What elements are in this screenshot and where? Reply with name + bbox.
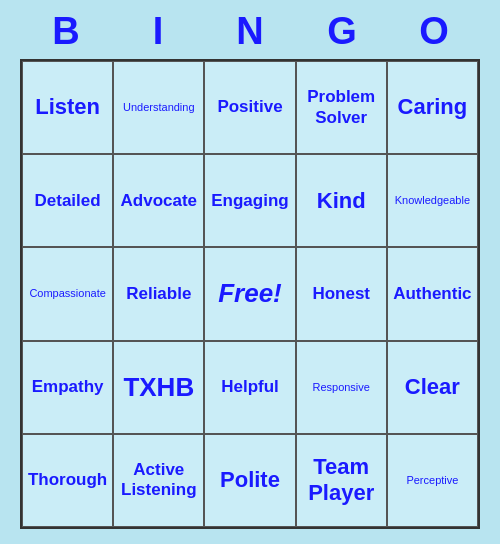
bingo-cell-10: Compassionate	[22, 247, 113, 340]
letter-i: I	[114, 10, 202, 53]
letter-g: G	[298, 10, 386, 53]
bingo-cell-5: Detailed	[22, 154, 113, 247]
bingo-cell-24: Perceptive	[387, 434, 478, 527]
bingo-cell-20: Thorough	[22, 434, 113, 527]
bingo-cell-0: Listen	[22, 61, 113, 154]
bingo-cell-11: Reliable	[113, 247, 204, 340]
bingo-cell-12: Free!	[204, 247, 295, 340]
bingo-cell-6: Advocate	[113, 154, 204, 247]
bingo-cell-8: Kind	[296, 154, 387, 247]
bingo-cell-9: Knowledgeable	[387, 154, 478, 247]
bingo-cell-16: TXHB	[113, 341, 204, 434]
bingo-cell-15: Empathy	[22, 341, 113, 434]
bingo-cell-22: Polite	[204, 434, 295, 527]
bingo-cell-3: Problem Solver	[296, 61, 387, 154]
bingo-cell-23: Team Player	[296, 434, 387, 527]
bingo-cell-4: Caring	[387, 61, 478, 154]
bingo-cell-14: Authentic	[387, 247, 478, 340]
bingo-title: B I N G O	[20, 0, 480, 59]
letter-b: B	[22, 10, 110, 53]
bingo-grid: ListenUnderstandingPositiveProblem Solve…	[20, 59, 480, 529]
bingo-cell-2: Positive	[204, 61, 295, 154]
bingo-cell-1: Understanding	[113, 61, 204, 154]
bingo-cell-17: Helpful	[204, 341, 295, 434]
bingo-cell-7: Engaging	[204, 154, 295, 247]
bingo-cell-19: Clear	[387, 341, 478, 434]
bingo-cell-13: Honest	[296, 247, 387, 340]
letter-o: O	[390, 10, 478, 53]
bingo-cell-21: Active Listening	[113, 434, 204, 527]
bingo-cell-18: Responsive	[296, 341, 387, 434]
letter-n: N	[206, 10, 294, 53]
